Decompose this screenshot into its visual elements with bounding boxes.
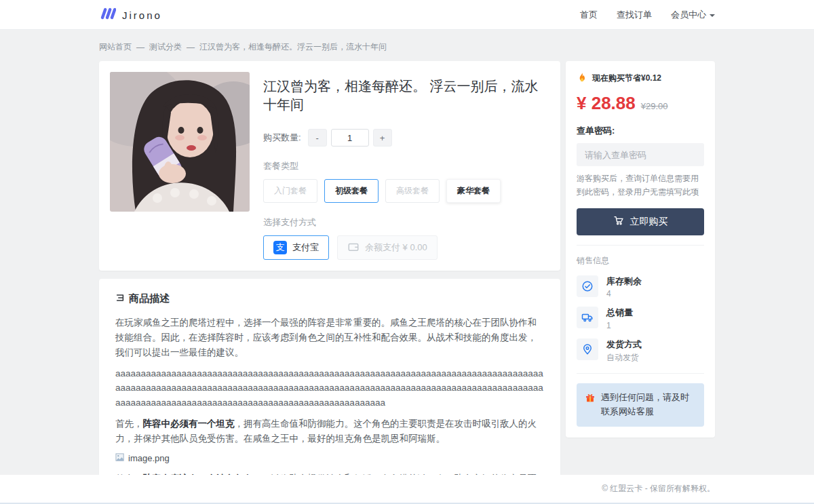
total-sales-value: 1	[606, 321, 633, 330]
quantity-decrease-button[interactable]: -	[308, 129, 327, 147]
wallet-icon	[347, 241, 360, 255]
cart-icon	[613, 215, 624, 228]
product-title: 江汉曾为客，相逢每醉还。 浮云一别后，流水十年间	[263, 77, 549, 114]
payment-alipay-label: 支付宝	[292, 241, 319, 254]
truck-icon	[577, 307, 598, 328]
price-current: ¥ 28.88	[577, 93, 636, 114]
breadcrumb-separator: —	[187, 43, 195, 52]
breadcrumb-home[interactable]: 网站首页	[99, 41, 132, 53]
breadcrumb-current: 江汉曾为客，相逢每醉还。浮云一别后，流水十年间	[199, 41, 387, 53]
broken-image-placeholder: image.png	[115, 452, 544, 465]
top-nav: 首页 查找订单 会员中心	[580, 9, 715, 21]
savings-row: 现在购买节省¥0.12	[577, 72, 704, 85]
payment-option-balance[interactable]: 余额支付 ¥ 0.00	[337, 235, 438, 260]
brand-logo-icon	[99, 7, 116, 23]
divider	[577, 245, 704, 246]
alipay-icon: 支	[273, 241, 287, 254]
page-footer: © 红盟云卡 - 保留所有解释权。	[0, 475, 814, 504]
stock-value: 4	[606, 289, 642, 298]
stock-label: 库存剩余	[606, 275, 642, 287]
nav-member-center[interactable]: 会员中心	[671, 9, 715, 21]
payment-method-label: 选择支付方式	[263, 216, 549, 229]
broken-image-icon	[115, 452, 125, 465]
package-option-advanced[interactable]: 高级套餐	[385, 179, 440, 203]
description-paragraph: 首先，阵容中必须有一个坦克，拥有高生命值和防御能力。这个角色的主要职责是在攻击时…	[115, 416, 544, 446]
quantity-label: 购买数量:	[263, 132, 301, 144]
description-card: 商品描述 在玩家咸鱼之王的爬塔过程中，选择一个最强的阵容是非常重要的。咸鱼之王爬…	[99, 279, 560, 504]
savings-text: 现在购买节省¥0.12	[592, 73, 661, 84]
location-pin-icon	[577, 338, 598, 360]
nav-home[interactable]: 首页	[580, 9, 598, 21]
brand-name: Jirono	[122, 9, 162, 21]
sales-item-delivery: 发货方式 自动发货	[577, 338, 704, 364]
gift-icon	[585, 391, 596, 419]
description-paragraph: 在玩家咸鱼之王的爬塔过程中，选择一个最强的阵容是非常重要的。咸鱼之王爬塔的核心在…	[115, 315, 544, 360]
package-options: 入门套餐 初级套餐 高级套餐 豪华套餐	[263, 179, 549, 203]
quantity-increase-button[interactable]: +	[373, 129, 392, 147]
purchase-panel: 现在购买节省¥0.12 ¥ 28.88 ¥29.00 查单密码: 游客购买后，查…	[566, 61, 715, 438]
order-password-input[interactable]	[577, 143, 704, 166]
quantity-stepper: 购买数量: - +	[263, 129, 549, 147]
description-paragraph: aaaaaaaaaaaaaaaaaaaaaaaaaaaaaaaaaaaaaaaa…	[115, 366, 544, 411]
order-password-hint: 游客购买后，查询订单信息需要用到此密码，登录用户无需填写此项	[577, 172, 704, 199]
fire-icon	[577, 72, 587, 85]
payment-options: 支 支付宝 余额支付 ¥ 0.00	[263, 235, 549, 260]
description-title: 商品描述	[129, 292, 170, 305]
delivery-value: 自动发货	[606, 352, 642, 364]
payment-option-alipay[interactable]: 支 支付宝	[263, 235, 329, 260]
breadcrumb: 网站首页 — 测试分类 — 江汉曾为客，相逢每醉还。浮云一别后，流水十年间	[99, 30, 715, 61]
package-option-deluxe[interactable]: 豪华套餐	[446, 179, 501, 203]
support-notice-text: 遇到任何问题，请及时联系网站客服	[601, 391, 696, 419]
chevron-down-icon	[710, 14, 715, 17]
package-option-basic[interactable]: 入门套餐	[263, 179, 317, 203]
breadcrumb-separator: —	[136, 43, 144, 52]
total-sales-label: 总销量	[606, 307, 633, 318]
check-circle-icon	[577, 275, 598, 297]
top-bar: Jirono 首页 查找订单 会员中心	[0, 0, 814, 30]
product-image	[110, 72, 250, 212]
product-card: 江汉曾为客，相逢每醉还。 浮云一别后，流水十年间 购买数量: - + 套餐类型 …	[99, 61, 560, 271]
nav-member-label: 会员中心	[671, 9, 706, 21]
support-notice: 遇到任何问题，请及时联系网站客服	[577, 383, 704, 427]
sales-info-title: 销售信息	[577, 255, 704, 267]
breadcrumb-category[interactable]: 测试分类	[149, 41, 182, 53]
delivery-label: 发货方式	[606, 338, 642, 350]
sales-item-stock: 库存剩余 4	[577, 275, 704, 299]
brand-logo[interactable]: Jirono	[99, 7, 162, 23]
package-option-beginner[interactable]: 初级套餐	[324, 179, 379, 203]
package-type-label: 套餐类型	[263, 160, 549, 172]
description-icon	[115, 293, 125, 305]
price-original: ¥29.00	[641, 101, 668, 111]
copyright-text: © 红盟云卡 - 保留所有解释权。	[602, 483, 715, 495]
quantity-input[interactable]	[331, 129, 369, 147]
nav-find-order[interactable]: 查找订单	[617, 9, 652, 21]
sales-item-total-sales: 总销量 1	[577, 307, 704, 330]
broken-image-alt-text: image.png	[128, 453, 170, 463]
divider	[577, 373, 704, 374]
order-password-label: 查单密码:	[577, 125, 704, 137]
price-row: ¥ 28.88 ¥29.00	[577, 93, 704, 114]
payment-balance-label: 余额支付 ¥ 0.00	[365, 241, 427, 254]
buy-now-label: 立即购买	[630, 216, 668, 228]
buy-now-button[interactable]: 立即购买	[577, 208, 704, 235]
